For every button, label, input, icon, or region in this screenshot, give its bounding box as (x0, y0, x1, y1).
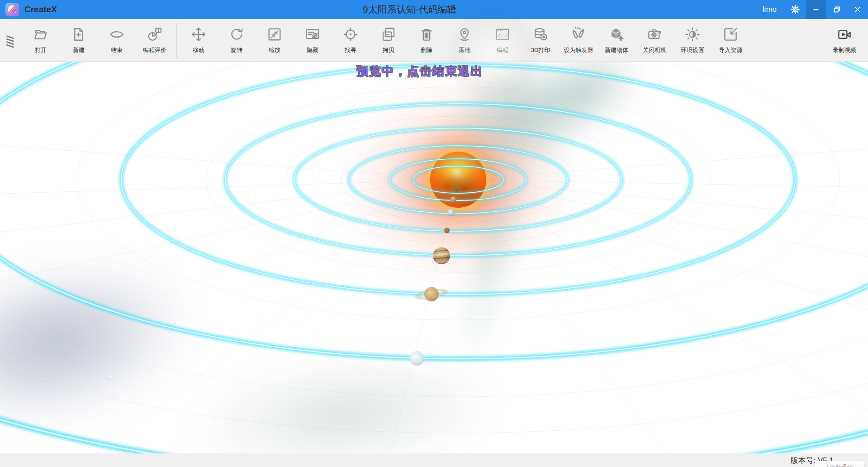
window-title: 9太阳系认知-代码编辑 (57, 3, 763, 16)
sun[interactable] (430, 152, 486, 208)
planet-earth[interactable] (447, 209, 455, 216)
toolbar-item-label: 编程 (497, 46, 508, 54)
nebula-4 (134, 322, 554, 453)
app-name: CreateX (24, 5, 57, 14)
toolbar-item-label: 新建物体 (605, 46, 628, 54)
restore-window-icon (831, 4, 842, 15)
toolbar-item-open[interactable]: 打开 (22, 19, 60, 62)
nebula-2 (497, 62, 679, 171)
toolbar-item-camera[interactable]: 关闭相机 (636, 19, 674, 62)
nebula-0 (398, 62, 643, 222)
toolbar-item-import[interactable]: 导入资源 (711, 19, 749, 62)
new-icon (71, 24, 87, 44)
toolbar-item-env[interactable]: 环境设置 (674, 19, 711, 62)
move-icon (190, 24, 207, 44)
toolbar-item-label: 拷贝 (383, 46, 394, 54)
preview-overlay-text: 预览中，点击结束退出 (356, 63, 483, 79)
toolbar-item-code[interactable]: c:/编程 (484, 19, 522, 62)
land-icon (456, 24, 473, 44)
toolbar-item-delete[interactable]: 删除 (408, 19, 446, 62)
starfield (0, 62, 0, 62)
viewport[interactable]: 预览中，点击结束退出 (0, 62, 868, 453)
toolbar-item-label: 删除 (421, 46, 432, 54)
toolbar-item-newobj[interactable]: 新建物体 (598, 19, 636, 62)
close-button[interactable] (847, 0, 868, 19)
svg-text:c:/: c:/ (498, 33, 508, 39)
toolbar-item-label: 旋转 (231, 46, 242, 54)
toolbar-item-label: 移动 (193, 46, 204, 54)
camera-icon (646, 24, 663, 44)
toolbar-item-label: 缩放 (269, 46, 280, 54)
toolbar-separator (176, 23, 177, 58)
toolbar-item-land[interactable]: 落地 (446, 19, 484, 62)
planet-venus[interactable] (450, 196, 456, 203)
open-icon (33, 24, 49, 44)
newobj-icon (608, 24, 625, 44)
planet-jupiter[interactable] (433, 247, 450, 264)
titlebar: CreateX 9太阳系认知-代码编辑 limo (0, 0, 868, 19)
diagonal-lines-menu-icon (5, 31, 17, 50)
eval-icon (147, 24, 163, 44)
record-icon (836, 24, 853, 44)
toolbar-item-rotate[interactable]: 旋转 (218, 19, 256, 62)
restore-window-button[interactable] (826, 0, 847, 19)
env-icon (684, 24, 701, 44)
import-icon (722, 24, 739, 44)
toolbar-item-label: 落地 (459, 46, 470, 54)
end-icon (109, 24, 125, 44)
toolbar-item-scale[interactable]: 缩放 (256, 19, 294, 62)
code-icon: c:/ (494, 24, 511, 44)
toolbar-item-label: 找寻 (345, 46, 356, 54)
notification-text: 1个新通知 (826, 464, 853, 467)
rotate-icon (228, 24, 245, 44)
toolbar-item-hide[interactable]: 隐藏 (294, 19, 332, 62)
galaxy-blob (103, 370, 119, 383)
delete-icon (418, 24, 435, 44)
toolbar-item-label: 设为触发器 (564, 46, 593, 54)
toolbar-item-move[interactable]: 移动 (180, 19, 218, 62)
toolbar-item-find[interactable]: 找寻 (332, 19, 370, 62)
toolbar-item-label: 环境设置 (681, 46, 704, 54)
toolbar-item-label: 新建 (73, 46, 85, 54)
toolbar-item-label: 编程评价 (143, 46, 166, 54)
hide-icon (304, 24, 321, 44)
copy-icon (380, 24, 397, 44)
toolbar-item-label: 导入资源 (719, 46, 742, 54)
toolbar-items: 打开新建结束编程评价移动旋转缩放隐藏找寻拷贝删除落地c:/编程3D打印设为触发器… (22, 19, 868, 62)
toolbar-item-label: 结束 (111, 46, 123, 54)
find-icon (342, 24, 359, 44)
toolbar-item-end[interactable]: 结束 (98, 19, 136, 62)
user-name: limo (763, 5, 777, 14)
planet-saturn[interactable] (424, 287, 439, 301)
planet-mercury[interactable] (454, 187, 458, 191)
toolbar-item-label: 隐藏 (307, 46, 318, 54)
scale-icon (266, 24, 283, 44)
toolbar-item-label: 3D打印 (531, 46, 550, 54)
toolbar-item-eval[interactable]: 编程评价 (136, 19, 174, 62)
close-icon (852, 4, 863, 15)
toolbar-item-label: 录制视频 (833, 46, 856, 54)
planet-mars[interactable] (444, 228, 450, 233)
toolbar-item-label: 打开 (35, 46, 47, 54)
notification-popup[interactable]: 1个新通知 (815, 461, 864, 467)
status-bar: 版本号: V5.1 (0, 453, 868, 467)
gear-icon (790, 4, 801, 15)
minimize-icon (811, 4, 821, 15)
toolbar-item-new[interactable]: 新建 (60, 19, 98, 62)
toolbar: 打开新建结束编程评价移动旋转缩放隐藏找寻拷贝删除落地c:/编程3D打印设为触发器… (0, 19, 868, 62)
toolbar-item-print3d[interactable]: 3D打印 (522, 19, 560, 62)
toolbar-item-trigger[interactable]: 设为触发器 (560, 19, 598, 62)
app-logo-icon (5, 3, 19, 16)
toolbar-item-label: 关闭相机 (643, 46, 666, 54)
toolbar-item-copy[interactable]: 拷贝 (370, 19, 408, 62)
toolbar-item-record[interactable]: 录制视频 (825, 19, 863, 62)
trigger-icon (570, 24, 587, 44)
settings-button[interactable] (785, 0, 806, 19)
minimize-button[interactable] (806, 0, 826, 19)
toolbar-menu-button[interactable] (0, 19, 22, 62)
planet-uranus[interactable] (410, 351, 424, 366)
nebula-3 (0, 202, 257, 453)
print3d-icon (532, 24, 549, 44)
